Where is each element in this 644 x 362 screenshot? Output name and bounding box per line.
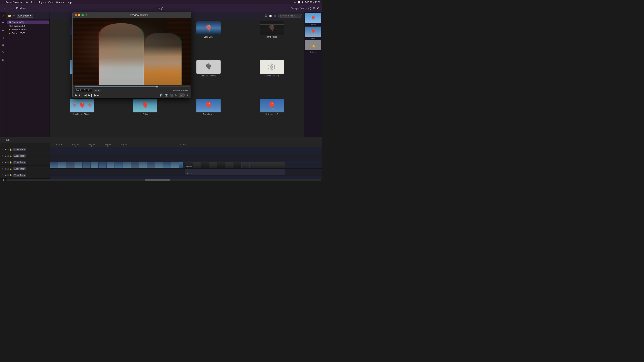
fit-dropdown[interactable]: Fit ▼ — [94, 89, 101, 92]
ruler-marks: 01:04:07 01:05:02 01:05:27 01:06:22 — [50, 143, 197, 147]
sidebar-icon-expand[interactable]: ◁ — [1, 35, 6, 40]
tree-item-color-lut[interactable]: ► Color LUT (0) — [7, 31, 49, 35]
tl-skip-btn[interactable]: ▶▶ — [6, 139, 10, 141]
track-check-4v[interactable]: ☑ — [7, 148, 9, 151]
search-input[interactable] — [278, 14, 302, 17]
track-lock-4v[interactable]: 🔒 — [10, 148, 12, 151]
scroll-track[interactable] — [6, 179, 321, 181]
sidebar-icon-crop[interactable]: ■ — [1, 43, 6, 47]
tree-item-style-effect[interactable]: ► Style Effect (85) — [7, 28, 49, 31]
person-man — [144, 33, 182, 85]
track-check-3a[interactable]: ☑ — [7, 168, 9, 170]
step-back-button[interactable]: ❙◀ — [82, 93, 86, 97]
sidebar-icon-more[interactable]: … — [1, 64, 6, 69]
effect-delay[interactable]: 🎈 Delay — [114, 97, 176, 136]
effect-disturbance[interactable]: 🎈 Disturbance — [177, 97, 240, 136]
track-lock-3a[interactable]: 🔒 — [10, 168, 12, 170]
track-lock-2v[interactable]: 🔒 — [10, 174, 12, 176]
right-thumb-1[interactable]: 🎈 — [305, 13, 322, 23]
progress-thumb[interactable] — [156, 86, 158, 88]
scissors-icon[interactable]: ✂ — [13, 14, 15, 17]
track-check-2v[interactable]: ☑ — [7, 174, 9, 176]
track-visible-3v[interactable]: ■ — [5, 161, 6, 163]
sidebar-icon-effects[interactable]: fx — [1, 28, 6, 33]
menu-edit[interactable]: Edit — [31, 1, 36, 3]
playhead[interactable] — [200, 143, 200, 179]
content-dropdown[interactable]: All Content ▼ — [17, 14, 34, 18]
menu-file[interactable]: File — [25, 1, 28, 3]
effect-disturbance-2[interactable]: 🎈 Disturbance 2 — [240, 97, 303, 136]
tree-item-favorites[interactable]: My Favorites (0) — [7, 24, 49, 28]
clip-icon[interactable]: 🎥 — [170, 93, 173, 97]
minimize-button[interactable] — [78, 14, 80, 16]
track-num-3v: 3 — [2, 161, 4, 163]
film-frame-9 — [115, 162, 123, 168]
contshoot-label: Continuous Shoot... — [73, 113, 91, 115]
upload-icon[interactable]: 📂 — [8, 14, 12, 17]
progress-bar[interactable] — [75, 86, 189, 87]
video-clip-main[interactable] — [50, 162, 183, 168]
list-view-btn[interactable]: ☰ — [264, 14, 268, 18]
dist2-thumb: 🎈 — [260, 99, 284, 112]
tl-split-btn[interactable]: ⎯ — [2, 139, 3, 141]
produce-label[interactable]: Produce — [16, 7, 26, 10]
timecode-display: 00:01:12:02 — [75, 88, 92, 92]
user-icon[interactable]: ◯ — [308, 7, 311, 10]
menu-view[interactable]: View — [48, 1, 53, 3]
contshoot-b3: 🎈 — [87, 103, 92, 108]
sidebar-icon-layers[interactable]: ▦ — [1, 57, 6, 62]
ff2-3 — [201, 162, 209, 168]
sidebar-icon-text[interactable]: T — [1, 21, 6, 26]
back-button[interactable]: ← — [2, 6, 7, 10]
forward-button[interactable]: → — [9, 6, 14, 10]
track-lock-4a[interactable]: 🔒 — [10, 155, 12, 157]
timeline-toolbar: ⎯ ▶▶ — [0, 137, 322, 143]
expand-icon[interactable]: ⛶ — [86, 14, 88, 16]
grid-view-btn[interactable]: ▣ — [269, 14, 272, 18]
play-button[interactable]: ▶ — [75, 93, 77, 97]
effect-contshoot[interactable]: 🎈 🎈 🎈 Continuous Shoot... — [50, 97, 113, 136]
right-thumb-3[interactable]: ✍ — [305, 40, 322, 50]
tree-item-all-content[interactable]: All Content (85) — [7, 20, 49, 24]
fullscreen-button[interactable] — [82, 14, 84, 16]
render-preview-button[interactable]: Render Preview — [173, 89, 189, 92]
film-frame-1 — [50, 162, 58, 168]
right-thumb-2[interactable]: 🎈 — [305, 26, 322, 37]
volume-icon[interactable]: 🔊 — [160, 93, 163, 97]
menu-window[interactable]: Window — [56, 1, 64, 3]
apple-menu[interactable]:  — [2, 0, 2, 4]
track-visible-3a[interactable]: ■ — [5, 168, 6, 170]
fast-forward-button[interactable]: ▶▶ — [94, 93, 99, 97]
clock-icon: 🕑 — [298, 1, 300, 3]
menu-help[interactable]: Help — [66, 1, 72, 3]
sidebar-icon-music[interactable]: ♫ — [1, 14, 6, 18]
track-visible-2v[interactable]: ■ — [5, 174, 6, 176]
settings-icon[interactable]: ⚙ — [317, 7, 320, 10]
track-check-4a[interactable]: ☑ — [7, 155, 9, 157]
scroll-thumb[interactable] — [145, 179, 170, 181]
fullscreen-icon[interactable]: ✥ — [175, 93, 177, 97]
app-name[interactable]: PowerDirector — [6, 1, 22, 3]
zoom-minus-btn[interactable]: − — [1, 179, 2, 181]
chinesep2-label: Chinese Painting — [264, 75, 279, 77]
effect-chinese-painting-2[interactable]: 🕸️ Chinese Painting — [240, 59, 303, 97]
close-button[interactable] — [75, 14, 77, 16]
step-forward-button[interactable]: ▶❙ — [88, 93, 93, 97]
timeline-tracks[interactable]: 01:04:07 01:05:02 01:05:27 01:06:22 — [50, 143, 322, 179]
sidebar-icon-paint[interactable]: ✎ — [1, 50, 6, 55]
screenshot-icon[interactable]: 📷 — [164, 93, 168, 97]
track-check-3v[interactable]: ☑ — [7, 161, 9, 163]
notification-icon[interactable]: ✉ — [313, 7, 315, 10]
menu-plugins[interactable]: Plugins — [38, 1, 46, 3]
chinesep-label: Chinese Painting — [201, 75, 216, 77]
film-frame-6 — [90, 162, 98, 168]
film-frame-14 — [155, 162, 163, 168]
track-lock-3v[interactable]: 🔒 — [10, 161, 12, 163]
track-visible-4a[interactable]: ■ — [5, 155, 6, 157]
progress-fill — [75, 86, 157, 87]
stop-button[interactable]: ■ — [79, 93, 80, 97]
large-grid-view-btn[interactable]: ▥ — [274, 14, 277, 18]
track-visible-4v[interactable]: ■ — [5, 148, 6, 151]
aspect-chevron[interactable]: ▼ — [186, 93, 189, 97]
effect-bandnoise[interactable]: 🎈 Band Noise — [240, 20, 303, 58]
